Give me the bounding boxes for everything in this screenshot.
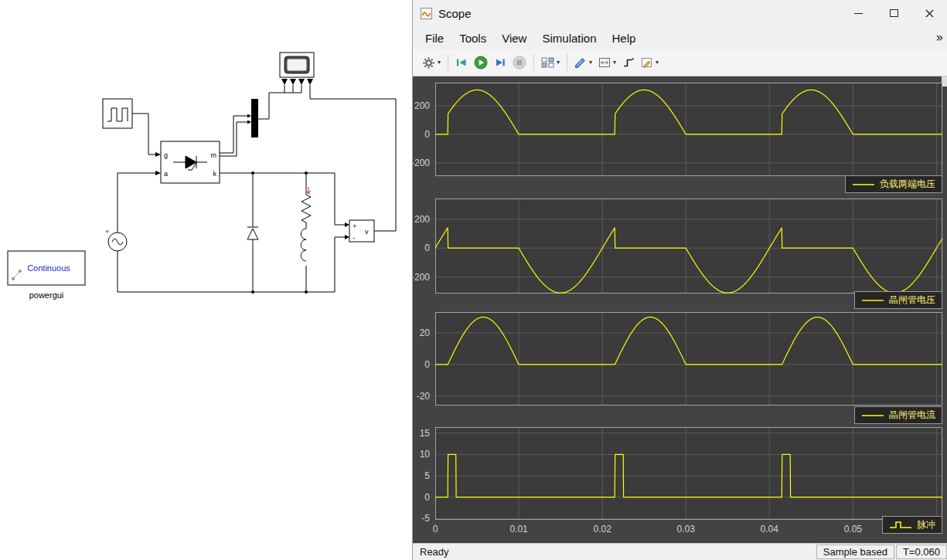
span-button[interactable]: ▾ [595,54,619,71]
y-tick-label: -200 [413,158,430,168]
scope-axes-thyristor_voltage: -2000200 [435,199,942,294]
close-icon [925,8,935,19]
y-tick-label: -20 [417,391,431,402]
step-forward-button[interactable] [491,54,509,71]
y-tick-label: 10 [420,449,431,460]
status-bar: Ready Sample based T=0.060 [413,543,947,560]
y-tick-label: 15 [420,428,431,439]
ac-source-block[interactable]: + [105,228,127,251]
powergui-label: powergui [29,290,64,300]
menu-tools[interactable]: Tools [451,32,494,45]
y-tick-label: 0 [424,359,430,370]
menu-file[interactable]: File [417,32,451,45]
y-tick-label: 0 [424,492,430,503]
gear-icon [422,56,435,70]
scope-screen-inner [288,59,307,71]
powergui-block[interactable]: Continuous [8,251,85,285]
layout-button[interactable]: ▾ [538,54,563,71]
toolbar: ▾ ▾ ▾ [413,49,947,76]
rlc-load-block[interactable] [301,187,311,261]
pencil-icon [641,56,653,69]
y-tick-label: -5 [421,513,430,524]
status-cells: Sample based T=0.060 [816,544,947,560]
legend-text: 晶闸管电压 [889,294,935,307]
desktop: g m a k [0,0,947,560]
current-direction-icon [307,187,311,194]
menu-view[interactable]: View [494,32,534,45]
legend-gate_pulse[interactable]: 脉冲 [882,516,942,534]
x-tick-label: 0.04 [761,524,779,535]
minimize-button[interactable] [840,0,876,26]
toolbar-separator [448,54,448,71]
source-polarity-label: + [105,228,109,236]
menu-simulation[interactable]: Simulation [534,32,604,45]
minimize-icon [854,13,863,14]
scope-axes-gate_pulse: -505101500.010.020.030.040.05 [435,427,942,520]
scope-app-icon [421,8,432,19]
legend-thyristor_voltage[interactable]: 晶闸管电压 [854,291,942,309]
status-sim-time: T=0.060 [896,545,947,559]
port-label-g: g [164,151,168,159]
chevron-down-icon: ▾ [656,59,659,66]
measurements-button[interactable]: ▾ [571,54,595,71]
mux-block[interactable] [251,99,258,137]
trigger-icon [622,56,635,69]
title-bar: Scope [413,0,947,26]
chevron-down-icon: ▾ [613,59,616,66]
close-button[interactable] [911,0,947,26]
x-tick-label: 0.02 [593,524,611,535]
scope-block[interactable] [280,53,314,77]
y-tick-label: 200 [414,214,430,225]
legend-load_voltage[interactable]: 负载两端电压 [845,175,942,193]
simulink-model-canvas: g m a k [0,0,412,560]
x-tick-label: 0.03 [677,524,696,535]
plot-region: -2000200负载两端电压-2000200晶闸管电压-20020晶闸管电流-5… [413,76,947,543]
vm-plus-label: + [353,222,356,230]
step-back-icon [455,56,468,69]
menu-help[interactable]: Help [605,32,644,45]
port-label-k: k [213,170,217,178]
resistor-icon [301,195,311,222]
powergui-title: Continuous [27,263,70,273]
legend-text: 脉冲 [917,518,935,531]
x-tick-label: 0 [433,524,438,535]
legend-line-sample [889,520,912,530]
stop-icon [513,56,526,70]
thyristor-block[interactable]: g m a k [161,141,220,183]
y-tick-label: 20 [420,328,431,338]
diode-block[interactable] [247,227,258,239]
y-tick-label: -200 [413,272,430,283]
run-icon [474,56,488,70]
run-button[interactable] [471,53,491,72]
scope-axes-thyristor_current: -20020 [435,312,942,406]
y-tick-label: 5 [424,470,430,481]
pulse-generator-block[interactable] [103,99,132,128]
y-tick-label: 0 [424,243,430,253]
y-tick-label: 200 [414,100,430,111]
maximize-button[interactable] [876,0,911,26]
model-diagram: g m a k [0,0,412,560]
menu-overflow-icon[interactable] [935,34,947,42]
legend-text: 晶闸管电流 [889,409,935,422]
port-label-m: m [211,151,217,159]
chevron-down-icon: ▾ [557,59,560,66]
status-sample-mode: Sample based [816,545,894,559]
inductor-icon [301,229,306,261]
stop-button[interactable] [509,53,530,72]
status-ready: Ready [420,546,449,558]
menu-bar: FileToolsViewSimulationHelp [413,26,947,49]
x-tick-label: 0.05 [844,524,863,535]
legend-thyristor_current[interactable]: 晶闸管电流 [854,406,942,424]
legend-line-sample [861,295,884,305]
port-label-a: a [164,170,168,178]
chevron-down-icon: ▾ [438,59,441,66]
step-forward-icon [494,56,506,69]
settings-button[interactable]: ▾ [419,54,444,72]
voltage-measurement-block[interactable]: + - v [349,220,374,242]
annotations-button[interactable]: ▾ [638,54,662,71]
toolbar-separator [567,54,567,71]
window-title: Scope [438,7,472,20]
measurements-icon [574,56,587,69]
trigger-button[interactable] [619,54,638,71]
step-back-button[interactable] [452,54,471,71]
